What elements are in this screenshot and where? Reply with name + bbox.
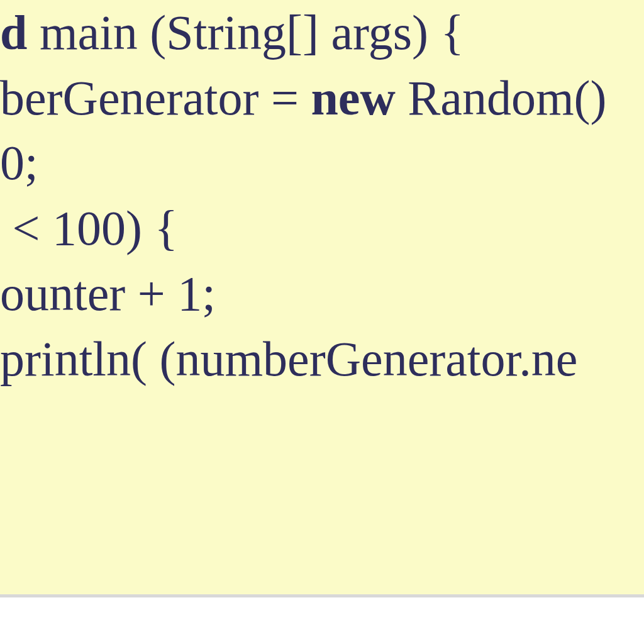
- code-text: Random(): [396, 70, 607, 125]
- code-text: main (String[] args) {: [27, 5, 464, 60]
- code-line-3: 0;: [0, 130, 644, 196]
- keyword-void-fragment: d: [0, 5, 27, 60]
- code-line-2: berGenerator = new Random(): [0, 65, 644, 131]
- code-block: d main (String[] args) {berGenerator = n…: [0, 0, 644, 597]
- code-line-6: println( (numberGenerator.ne: [0, 326, 644, 392]
- code-line-1: d main (String[] args) {: [0, 0, 644, 65]
- code-text: berGenerator =: [0, 70, 311, 125]
- keyword-new: new: [311, 70, 395, 125]
- code-line-4: < 100) {: [0, 196, 644, 261]
- code-line-5: ounter + 1;: [0, 261, 644, 326]
